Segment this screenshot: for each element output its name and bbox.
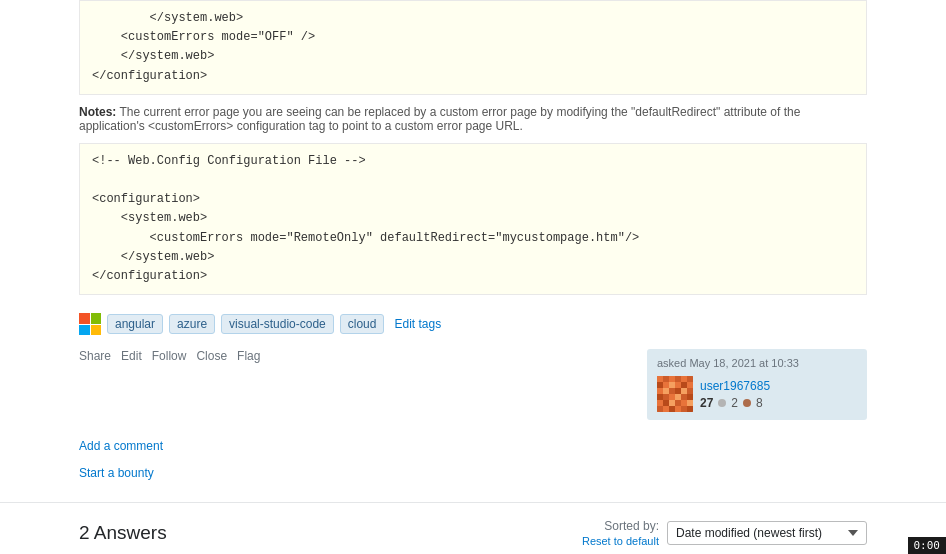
code-line: <configuration>	[92, 190, 854, 209]
code-block-top: </system.web> <customErrors mode="OFF" /…	[79, 0, 867, 95]
svg-rect-7	[657, 382, 663, 388]
avatar-svg	[657, 376, 693, 412]
svg-rect-24	[687, 394, 693, 400]
answers-label: Answers	[94, 522, 167, 543]
flag-link[interactable]: Flag	[237, 349, 260, 363]
start-bounty-link[interactable]: Start a bounty	[79, 466, 154, 480]
asked-label: asked May 18, 2021 at 10:33	[657, 357, 799, 369]
code-block-bottom: <!-- Web.Config Configuration File --> <…	[79, 143, 867, 295]
svg-rect-20	[663, 394, 669, 400]
svg-rect-29	[681, 400, 687, 406]
svg-rect-26	[663, 400, 669, 406]
answers-section: 2 Answers Sorted by: Reset to default Da…	[79, 519, 867, 547]
svg-rect-19	[657, 394, 663, 400]
ms-logo-blue	[79, 325, 90, 336]
silver-dot	[718, 399, 726, 407]
notes-label: Notes:	[79, 105, 116, 119]
reset-to-default-link[interactable]: Reset to default	[582, 535, 659, 547]
code-line: <!-- Web.Config Configuration File -->	[92, 152, 854, 171]
sort-select[interactable]: Date modified (newest first) Highest sco…	[667, 521, 867, 545]
silver-count: 2	[731, 396, 738, 410]
microsoft-logo	[79, 313, 101, 335]
svg-rect-28	[675, 400, 681, 406]
svg-rect-32	[663, 406, 669, 412]
sorted-by-label: Sorted by:	[604, 519, 659, 533]
svg-rect-14	[663, 388, 669, 394]
code-line	[92, 171, 854, 190]
code-line: <system.web>	[92, 209, 854, 228]
time-display: 0:00	[914, 539, 941, 552]
share-link[interactable]: Share	[79, 349, 111, 363]
bronze-count: 8	[756, 396, 763, 410]
code-line: <customErrors mode="OFF" />	[92, 28, 854, 47]
bottom-bar: 0:00	[908, 537, 947, 554]
follow-link[interactable]: Follow	[152, 349, 187, 363]
tag-azure[interactable]: azure	[169, 314, 215, 334]
tag-visual-studio-code[interactable]: visual-studio-code	[221, 314, 334, 334]
svg-rect-13	[657, 388, 663, 394]
svg-rect-23	[681, 394, 687, 400]
svg-rect-12	[687, 382, 693, 388]
tags-section: angular azure visual-studio-code cloud E…	[79, 313, 867, 335]
svg-rect-21	[669, 394, 675, 400]
rep-score: 27	[700, 396, 713, 410]
close-link[interactable]: Close	[196, 349, 227, 363]
svg-rect-8	[663, 382, 669, 388]
code-line: <customErrors mode="RemoteOnly" defaultR…	[92, 229, 854, 248]
edit-link[interactable]: Edit	[121, 349, 142, 363]
svg-rect-1	[657, 376, 663, 382]
svg-rect-3	[669, 376, 675, 382]
answers-title: 2 Answers	[79, 522, 167, 544]
svg-rect-2	[663, 376, 669, 382]
code-line: </system.web>	[92, 47, 854, 66]
page-container: </system.web> <customErrors mode="OFF" /…	[0, 0, 946, 554]
svg-rect-9	[669, 382, 675, 388]
svg-rect-11	[681, 382, 687, 388]
svg-rect-4	[675, 376, 681, 382]
svg-rect-35	[681, 406, 687, 412]
ms-logo-yellow	[91, 325, 102, 336]
username-link[interactable]: user1967685	[700, 379, 770, 393]
svg-rect-15	[669, 388, 675, 394]
section-divider	[0, 502, 946, 503]
bronze-dot	[743, 399, 751, 407]
svg-rect-6	[687, 376, 693, 382]
svg-rect-36	[687, 406, 693, 412]
svg-rect-10	[675, 382, 681, 388]
bounty-link-section: Start a bounty	[79, 465, 867, 480]
user-reputation: 27 2 8	[700, 396, 770, 410]
notes-section: Notes: The current error page you are se…	[79, 105, 867, 133]
svg-rect-5	[681, 376, 687, 382]
sort-bar: Sorted by: Reset to default Date modifie…	[582, 519, 867, 547]
tag-cloud[interactable]: cloud	[340, 314, 385, 334]
svg-rect-22	[675, 394, 681, 400]
svg-rect-18	[687, 388, 693, 394]
user-card: asked May 18, 2021 at 10:33	[647, 349, 867, 420]
user-info: user1967685 27 2 8	[700, 379, 770, 410]
ms-logo-green	[91, 313, 102, 324]
add-comment-link[interactable]: Add a comment	[79, 439, 163, 453]
svg-rect-33	[669, 406, 675, 412]
actions-row: Share Edit Follow Close Flag asked May 1…	[79, 349, 867, 420]
svg-rect-34	[675, 406, 681, 412]
user-avatar	[657, 376, 693, 412]
tag-angular[interactable]: angular	[107, 314, 163, 334]
code-line: </system.web>	[92, 248, 854, 267]
svg-rect-17	[681, 388, 687, 394]
svg-rect-31	[657, 406, 663, 412]
comment-link-section: Add a comment	[79, 438, 867, 453]
svg-rect-25	[657, 400, 663, 406]
action-links: Share Edit Follow Close Flag	[79, 349, 260, 363]
answers-count: 2	[79, 522, 90, 543]
edit-tags-link[interactable]: Edit tags	[394, 317, 441, 331]
svg-rect-30	[687, 400, 693, 406]
ms-logo-red	[79, 313, 90, 324]
notes-text: The current error page you are seeing ca…	[79, 105, 800, 133]
svg-rect-27	[669, 400, 675, 406]
code-line: </system.web>	[92, 9, 854, 28]
code-line: </configuration>	[92, 267, 854, 286]
svg-rect-16	[675, 388, 681, 394]
code-line: </configuration>	[92, 67, 854, 86]
